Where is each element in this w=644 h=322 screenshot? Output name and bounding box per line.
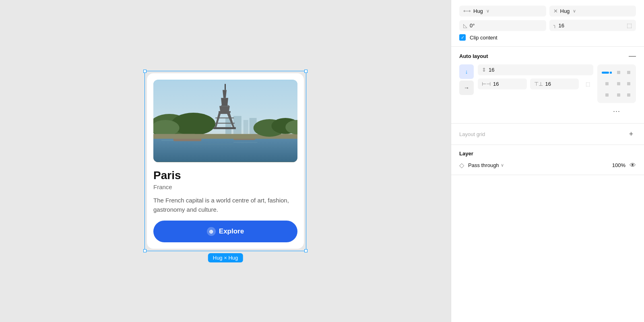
- align-dot-mr: [627, 82, 630, 85]
- handle-top-right[interactable]: [304, 70, 308, 73]
- width-icon: ⟷: [463, 8, 471, 14]
- hug-label: Hug × Hug: [208, 253, 243, 262]
- svg-rect-18: [153, 138, 297, 162]
- card-description: The French capital is a world centre of …: [153, 196, 297, 214]
- clip-content-checkbox[interactable]: ✓: [459, 34, 466, 41]
- direction-down-button[interactable]: ↓: [459, 64, 474, 79]
- rotation-field[interactable]: ◺ 0°: [459, 20, 546, 31]
- more-options-button[interactable]: ···: [610, 105, 623, 118]
- corner-radius-value: 16: [559, 23, 564, 29]
- card-image: [153, 80, 297, 162]
- layout-fields: ⇕ 16 ⊢⊣ 16 ⊤⊥ 16 ⬚: [478, 64, 593, 89]
- auto-layout-controls: ↓ → ⇕ 16 ⊢⊣ 16 ⊤⊥ 16: [459, 64, 636, 118]
- layer-section: Layer ◇ Pass through ∨ 100% 👁: [451, 145, 644, 175]
- canvas: Paris France The French capital is a wor…: [0, 0, 451, 322]
- dimensions-row: ⟷ Hug ∨ ✕ Hug ∨: [459, 6, 636, 17]
- resize-corners-icon: ⬚: [627, 22, 632, 29]
- auto-layout-title: Auto layout —: [459, 52, 636, 60]
- padding-vertical-field[interactable]: ⊤⊥ 16: [530, 78, 579, 89]
- height-arrow: ∨: [573, 8, 576, 14]
- direction-buttons: ↓ →: [459, 64, 474, 95]
- height-icon: ✕: [553, 8, 558, 14]
- padding-h-value: 16: [493, 81, 499, 87]
- padding-v-value: 16: [545, 81, 551, 87]
- direction-right-button[interactable]: →: [459, 80, 474, 95]
- card-title: Paris: [153, 169, 297, 182]
- layer-mode-dropdown[interactable]: Pass through ∨: [468, 162, 504, 168]
- width-field[interactable]: ⟷ Hug ∨: [459, 6, 546, 17]
- layer-blend-icon: ◇: [459, 161, 464, 169]
- layer-row: ◇ Pass through ∨ 100% 👁: [459, 161, 636, 169]
- svg-rect-2: [233, 116, 242, 134]
- gap-icon: ⇕: [482, 67, 486, 73]
- align-dot-bl: [605, 93, 609, 97]
- layer-opacity-value: 100%: [612, 162, 625, 168]
- layout-grid-section: Layout grid +: [451, 124, 644, 145]
- svg-rect-12: [219, 111, 231, 113]
- align-dot-mm: [617, 82, 620, 85]
- explore-button[interactable]: ⊕ Explore: [153, 221, 297, 242]
- corner-radius-icon: ╮: [553, 23, 556, 28]
- alignment-grid[interactable]: [597, 64, 636, 103]
- padding-v-icon: ⊤⊥: [534, 81, 543, 87]
- align-dot-tm: [617, 71, 620, 74]
- layer-visibility-icon[interactable]: 👁: [630, 162, 636, 169]
- handle-bottom-left[interactable]: [143, 249, 147, 252]
- height-value: Hug: [560, 8, 570, 14]
- card-wrapper[interactable]: Paris France The French capital is a wor…: [147, 73, 304, 249]
- height-field[interactable]: ✕ Hug ∨: [549, 6, 636, 17]
- clip-size-toggle[interactable]: ⬚: [582, 78, 593, 89]
- right-panel: ⟷ Hug ∨ ✕ Hug ∨ ◺ 0° ╮ 16 ⬚ ✓: [451, 0, 644, 322]
- rotation-value: 0°: [470, 23, 475, 29]
- add-layout-grid-button[interactable]: +: [626, 129, 636, 139]
- svg-rect-8: [225, 84, 226, 90]
- auto-layout-collapse-button[interactable]: —: [629, 52, 636, 60]
- width-value: Hug: [473, 8, 483, 14]
- svg-rect-3: [244, 120, 248, 134]
- clip-content-label: Clip content: [470, 35, 497, 41]
- compass-icon: ⊕: [207, 227, 216, 236]
- clip-content-row: ✓ Clip content: [459, 34, 636, 41]
- layer-mode-chevron: ∨: [501, 163, 504, 168]
- gap-field[interactable]: ⇕ 16: [478, 64, 593, 75]
- gap-value: 16: [489, 67, 494, 73]
- padding-h-icon: ⊢⊣: [482, 81, 491, 87]
- align-dot-ml: [605, 82, 609, 85]
- corner-radius-field[interactable]: ╮ 16 ⬚: [549, 20, 636, 31]
- svg-rect-21: [193, 144, 233, 144]
- svg-point-6: [171, 113, 215, 135]
- handle-top-left[interactable]: [143, 70, 147, 73]
- layer-mode-label: Pass through: [468, 162, 499, 168]
- dimensions-section: ⟷ Hug ∨ ✕ Hug ∨ ◺ 0° ╮ 16 ⬚ ✓: [451, 0, 644, 47]
- padding-horizontal-field[interactable]: ⊢⊣ 16: [478, 78, 527, 89]
- handle-bottom-right[interactable]: [304, 249, 308, 252]
- layout-grid-label: Layout grid: [459, 131, 485, 137]
- align-dot-bm: [617, 93, 620, 97]
- padding-row: ⊢⊣ 16 ⊤⊥ 16 ⬚: [478, 78, 593, 89]
- auto-layout-section: Auto layout — ↓ → ⇕ 16 ⊢⊣ 16: [451, 47, 644, 124]
- layer-section-title: Layer: [459, 151, 636, 157]
- rotation-icon: ◺: [463, 23, 467, 29]
- card-subtitle: France: [153, 184, 297, 190]
- layout-grid-row: Layout grid +: [459, 129, 636, 139]
- svg-rect-20: [233, 142, 258, 142]
- alignment-area: ···: [597, 64, 636, 118]
- svg-rect-17: [213, 127, 236, 129]
- card: Paris France The French capital is a wor…: [147, 73, 304, 249]
- width-arrow: ∨: [486, 8, 489, 14]
- align-dot-br: [627, 93, 630, 97]
- align-dot-tr: [627, 71, 630, 74]
- rotation-corner-row: ◺ 0° ╮ 16 ⬚: [459, 20, 636, 31]
- explore-button-label: Explore: [219, 227, 244, 235]
